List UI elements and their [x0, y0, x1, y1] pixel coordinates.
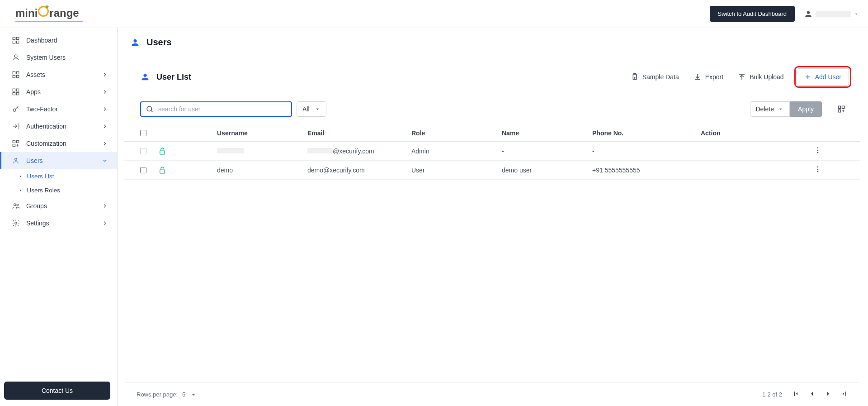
- rows-per-page-value[interactable]: 5: [182, 391, 185, 398]
- chevron-right-icon: [102, 203, 108, 209]
- sidebar-item-authentication[interactable]: Authentication: [0, 118, 117, 135]
- export-button[interactable]: Export: [692, 70, 725, 84]
- clipboard-icon: [631, 73, 639, 81]
- upload-icon: [738, 73, 746, 81]
- sidebar-item-settings[interactable]: Settings: [0, 215, 117, 232]
- role-cell: User: [411, 167, 502, 174]
- more-vert-icon[interactable]: [814, 165, 822, 173]
- svg-rect-30: [160, 170, 165, 173]
- table-header-row: Username Email Role Name Phone No. Actio…: [124, 125, 860, 142]
- chevron-down-icon: [778, 106, 784, 112]
- chevron-down-icon: [102, 158, 108, 164]
- svg-point-33: [817, 171, 819, 172]
- select-all-checkbox[interactable]: [140, 130, 146, 136]
- chevron-right-icon: [102, 106, 108, 112]
- svg-rect-1: [17, 37, 19, 39]
- search-input[interactable]: [158, 105, 287, 113]
- svg-point-19: [17, 204, 19, 206]
- more-vert-icon[interactable]: [814, 146, 822, 154]
- next-page-button[interactable]: [824, 389, 833, 400]
- row-checkbox[interactable]: [140, 148, 146, 154]
- groups-icon: [12, 202, 20, 210]
- svg-rect-16: [13, 144, 15, 147]
- system-users-icon: [12, 53, 20, 62]
- user-menu[interactable]: [804, 10, 859, 19]
- dashboard-icon: [12, 36, 20, 44]
- unlock-icon: [158, 166, 166, 174]
- chevron-right-icon: [102, 72, 108, 78]
- sidebar-label: System Users: [26, 54, 108, 61]
- sidebar-item-users[interactable]: Users: [0, 152, 117, 169]
- download-icon: [693, 73, 702, 81]
- row-checkbox[interactable]: [140, 167, 146, 173]
- email-cell: demo@xecurify.com: [307, 167, 411, 174]
- svg-rect-2: [13, 41, 15, 43]
- svg-rect-9: [13, 89, 15, 91]
- assets-icon: [12, 71, 20, 79]
- sidebar-label: Settings: [26, 220, 95, 227]
- sidebar-item-system-users[interactable]: System Users: [0, 49, 117, 66]
- svg-rect-8: [17, 76, 19, 78]
- svg-point-29: [817, 152, 819, 153]
- svg-point-22: [147, 106, 152, 111]
- sidebar-sub-users-roles[interactable]: Users Roles: [0, 183, 117, 197]
- th-phone: Phone No.: [592, 129, 701, 137]
- phone-cell: +91 5555555555: [592, 167, 701, 174]
- svg-rect-11: [13, 93, 15, 95]
- bulk-upload-button[interactable]: Bulk Upload: [736, 70, 786, 84]
- name-cell: demo user: [502, 167, 592, 174]
- th-action: Action: [701, 129, 849, 137]
- customization-icon: [12, 139, 20, 148]
- card-title: User List: [156, 72, 191, 82]
- svg-rect-10: [17, 89, 19, 91]
- chevron-right-icon: [102, 220, 108, 226]
- sidebar-item-assets[interactable]: Assets: [0, 66, 117, 83]
- grid-view-button[interactable]: [834, 101, 849, 117]
- svg-rect-26: [160, 151, 165, 154]
- chevron-down-icon: [314, 106, 321, 112]
- last-page-button[interactable]: [840, 389, 849, 400]
- sidebar-label: Groups: [26, 202, 95, 210]
- sidebar-sub-label: Users List: [27, 173, 54, 180]
- sidebar-label: Apps: [26, 88, 95, 96]
- search-icon: [146, 105, 154, 113]
- chevron-right-icon: [102, 89, 108, 95]
- unlock-icon: [158, 147, 166, 155]
- svg-rect-24: [842, 106, 844, 108]
- chevron-down-icon[interactable]: [190, 391, 197, 398]
- batch-action-select[interactable]: Delete: [750, 101, 790, 117]
- user-icon: [12, 157, 20, 165]
- sidebar-item-apps[interactable]: Apps: [0, 83, 117, 100]
- sidebar-sub-label: Users Roles: [27, 187, 61, 194]
- email-suffix: @xecurify.com: [333, 148, 374, 155]
- apply-button[interactable]: Apply: [790, 101, 822, 117]
- sidebar-item-two-factor[interactable]: Two-Factor: [0, 100, 117, 118]
- prev-page-button[interactable]: [807, 389, 816, 400]
- sidebar-label: Users: [26, 157, 95, 164]
- sidebar-sub-users-list[interactable]: Users List: [0, 169, 117, 183]
- svg-rect-12: [17, 93, 19, 95]
- contact-us-button[interactable]: Contact Us: [4, 382, 110, 400]
- sidebar-item-groups[interactable]: Groups: [0, 197, 117, 215]
- search-input-wrapper[interactable]: [140, 101, 292, 117]
- th-role: Role: [411, 129, 502, 137]
- sidebar-label: Customization: [26, 140, 95, 147]
- filter-select[interactable]: All: [297, 101, 326, 117]
- svg-rect-6: [17, 72, 19, 74]
- sidebar-label: Assets: [26, 71, 95, 78]
- person-icon: [804, 10, 813, 19]
- svg-point-28: [817, 150, 819, 151]
- add-user-button[interactable]: Add User: [797, 68, 849, 86]
- sidebar-item-dashboard[interactable]: Dashboard: [0, 32, 117, 49]
- sidebar-item-customization[interactable]: Customization: [0, 135, 117, 152]
- pagination-range: 1-2 of 2: [762, 391, 782, 398]
- username-cell: demo: [176, 167, 307, 174]
- login-icon: [12, 122, 20, 130]
- svg-point-31: [817, 166, 819, 167]
- first-page-button[interactable]: [791, 389, 800, 400]
- apps-icon: [12, 88, 20, 96]
- th-name: Name: [502, 129, 592, 137]
- switch-dashboard-button[interactable]: Switch to Audit Dashboard: [710, 6, 795, 22]
- svg-point-13: [13, 109, 16, 111]
- sample-data-button[interactable]: Sample Data: [629, 70, 681, 84]
